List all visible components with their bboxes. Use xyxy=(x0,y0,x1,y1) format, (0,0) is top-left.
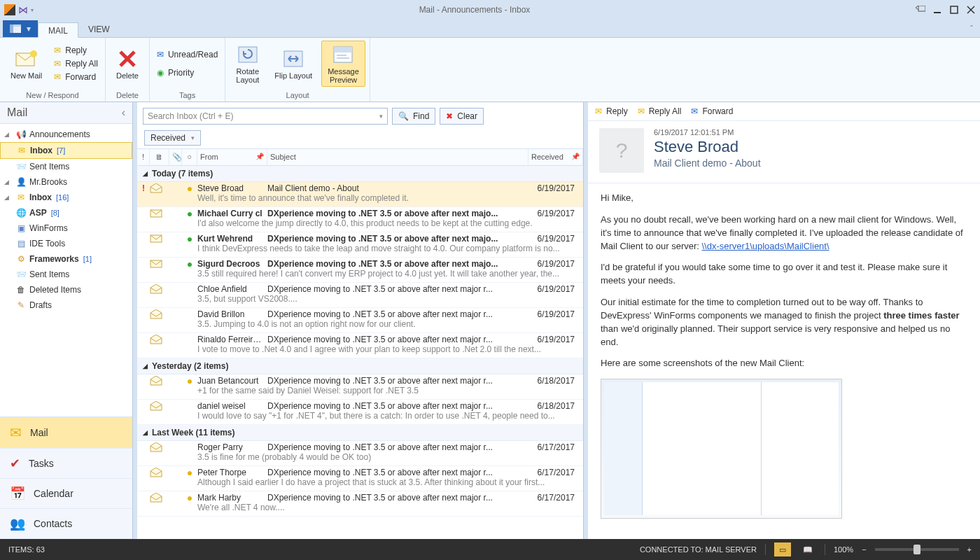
group-new-respond-label: New / Respond xyxy=(0,90,105,102)
tree-node-asp[interactable]: 🌐ASP[8] xyxy=(0,205,132,220)
view-reading-button[interactable]: 📖 xyxy=(799,542,816,556)
group-header[interactable]: ◢ Yesterday (2 items) xyxy=(137,358,583,374)
pin-icon: 📌 xyxy=(571,153,580,160)
message-row[interactable]: Roger ParryDXperience moving to .NET 3.5… xyxy=(137,441,583,466)
navgroup-calendar[interactable]: 📅Calendar xyxy=(0,479,132,509)
tree-node-mrbrooks[interactable]: ◢👤Mr.Brooks xyxy=(0,174,132,190)
svg-point-9 xyxy=(30,50,37,57)
message-row[interactable]: ●Michael Curry clDXperience moving to .N… xyxy=(137,207,583,232)
column-headers: ! 🗎 📎 ○ From📌 Subject Received📌 xyxy=(137,148,583,166)
reading-pane: ✉Reply ✉Reply All ✉Forward ? 6/19/2017 1… xyxy=(588,102,980,539)
tree-node-frameworks[interactable]: ⚙Frameworks[1] xyxy=(0,251,132,267)
status-item-count: ITEMS: 63 xyxy=(8,545,45,554)
zoom-slider[interactable] xyxy=(875,548,959,551)
ribbon: New Mail ✉Reply ✉Reply All ✉Forward New … xyxy=(0,38,980,102)
view-normal-button[interactable]: ▭ xyxy=(774,542,791,556)
server-link[interactable]: \\dx-server1\uploads\MailClient\ xyxy=(702,241,830,251)
rotate-layout-button[interactable]: Rotate Layout xyxy=(230,41,265,87)
clear-button[interactable]: ✖Clear xyxy=(440,108,484,125)
new-mail-button[interactable]: New Mail xyxy=(4,45,48,83)
forward-button[interactable]: ✉Forward xyxy=(51,71,101,83)
envelope-icon xyxy=(150,234,169,243)
message-row[interactable]: ●Juan BetancourtDXperience moving to .NE… xyxy=(137,374,583,400)
message-row[interactable]: !●Steve BroadMail Client demo - About6/1… xyxy=(137,182,583,207)
tree-node-deleted-items[interactable]: 🗑Deleted Items xyxy=(0,282,132,298)
svg-rect-0 xyxy=(918,6,925,11)
envelope-icon xyxy=(150,376,169,386)
group-delete-label: Delete xyxy=(106,90,149,102)
svg-rect-2 xyxy=(951,6,958,13)
find-button[interactable]: 🔍Find xyxy=(392,108,435,125)
minimize-button[interactable] xyxy=(932,5,942,15)
envelope-icon xyxy=(150,183,169,193)
reader-reply-button[interactable]: ✉Reply xyxy=(595,106,628,116)
envelope-icon xyxy=(150,442,169,452)
navgroup-contacts[interactable]: 👥Contacts xyxy=(0,509,132,539)
avatar: ? xyxy=(599,128,644,173)
message-preview-button[interactable]: Message Preview xyxy=(321,41,365,87)
chevron-left-icon[interactable]: ‹ xyxy=(122,106,125,119)
envelope-icon xyxy=(150,468,169,477)
col-received[interactable]: Received📌 xyxy=(528,149,583,165)
tree-node-sent-items-2[interactable]: 📨Sent Items xyxy=(0,267,132,282)
col-importance[interactable]: ! xyxy=(137,149,150,165)
zoom-in-button[interactable]: + xyxy=(967,545,972,554)
priority-button[interactable]: ◉Priority xyxy=(154,66,220,79)
tab-mail[interactable]: MAIL xyxy=(38,22,78,38)
group-layout-label: Layout xyxy=(225,90,369,102)
message-row[interactable]: ●Mark HarbyDXperience moving to .NET 3.5… xyxy=(137,491,583,517)
tree-node-winforms[interactable]: ▣WinForms xyxy=(0,220,132,236)
collapse-ribbon-icon[interactable]: ˆ xyxy=(963,22,980,37)
envelope-icon xyxy=(150,401,169,411)
navgroup-mail[interactable]: ✉Mail xyxy=(0,417,132,449)
message-row[interactable]: daniel weiselDXperience moving to .NET 3… xyxy=(137,400,583,425)
envelope-icon xyxy=(150,284,169,294)
chevron-down-icon: ▾ xyxy=(191,134,195,141)
layout-icon xyxy=(10,24,21,33)
zoom-level: 100% xyxy=(834,545,853,554)
chevron-down-icon[interactable]: ▾ xyxy=(379,113,383,120)
envelope-icon xyxy=(150,209,169,218)
svg-rect-6 xyxy=(10,24,13,33)
reader-reply-all-button[interactable]: ✉Reply All xyxy=(638,106,682,116)
message-row[interactable]: ●Sigurd DecroosDXperience moving to .NET… xyxy=(137,258,583,283)
reply-button[interactable]: ✉Reply xyxy=(51,44,101,57)
reply-all-button[interactable]: ✉Reply All xyxy=(51,57,101,70)
group-header[interactable]: ◢ Last Week (11 items) xyxy=(137,425,583,441)
delete-button[interactable]: Delete xyxy=(110,45,145,83)
tree-node-announcements[interactable]: ◢📢Announcements xyxy=(0,127,132,142)
group-header[interactable]: ◢ Today (7 items) xyxy=(137,166,583,182)
group-by-selector[interactable]: Received▾ xyxy=(144,130,201,146)
file-menu-button[interactable]: ▾ xyxy=(3,20,38,37)
unread-read-button[interactable]: ✉Unread/Read xyxy=(154,48,220,61)
zoom-out-button[interactable]: − xyxy=(862,545,866,554)
svg-rect-15 xyxy=(334,47,352,52)
message-row[interactable]: David BrillonDXperience moving to .NET 3… xyxy=(137,308,583,333)
col-priority[interactable]: ○ xyxy=(182,149,197,165)
col-icon[interactable]: 🗎 xyxy=(150,149,169,165)
tree-node-idetools[interactable]: ▤IDE Tools xyxy=(0,236,132,251)
col-from[interactable]: From📌 xyxy=(197,149,267,165)
col-subject[interactable]: Subject xyxy=(267,149,528,165)
flip-layout-button[interactable]: Flip Layout xyxy=(268,45,318,83)
message-list[interactable]: ◢ Today (7 items)!●Steve BroadMail Clien… xyxy=(137,166,583,539)
message-row[interactable]: Rinaldo Ferreira J...DXperience moving t… xyxy=(137,333,583,358)
ribbon-display-options-icon[interactable] xyxy=(916,5,925,15)
close-button[interactable] xyxy=(966,5,976,15)
reader-forward-button[interactable]: ✉Forward xyxy=(691,106,733,116)
message-body[interactable]: Hi Mike, As you no doubt recall, we've b… xyxy=(588,183,980,539)
message-sender: Steve Broad xyxy=(654,138,761,156)
tree-node-inbox[interactable]: ✉Inbox[7] xyxy=(0,142,132,159)
message-row[interactable]: ●Kurt WehrendDXperience moving to .NET 3… xyxy=(137,232,583,258)
tree-node-inbox-2[interactable]: ◢✉Inbox[16] xyxy=(0,190,132,205)
embedded-screenshot xyxy=(601,379,842,519)
message-row[interactable]: Chloe AnfieldDXperience moving to .NET 3… xyxy=(137,283,583,308)
message-row[interactable]: ●Peter ThorpeDXperience moving to .NET 3… xyxy=(137,466,583,491)
search-input[interactable]: Search Inbox (Ctrl + E)▾ xyxy=(143,108,388,125)
col-attachment[interactable]: 📎 xyxy=(169,149,182,165)
tree-node-sent-items[interactable]: 📨Sent Items xyxy=(0,159,132,174)
maximize-button[interactable] xyxy=(949,5,959,15)
navgroup-tasks[interactable]: ✔Tasks xyxy=(0,449,132,479)
tab-view[interactable]: VIEW xyxy=(78,22,120,37)
tree-node-drafts[interactable]: ✎Drafts xyxy=(0,298,132,313)
